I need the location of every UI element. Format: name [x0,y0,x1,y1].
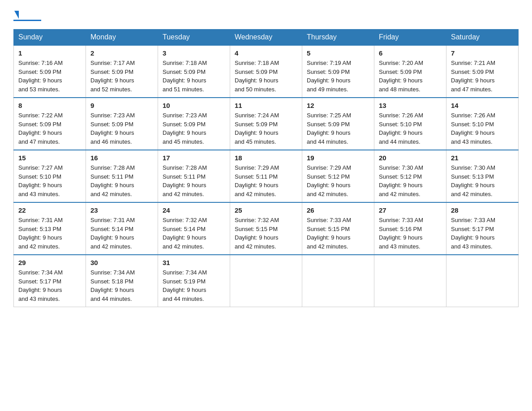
calendar-day-cell: 18 Sunrise: 7:29 AMSunset: 5:11 PMDaylig… [230,150,302,202]
day-number: 12 [307,102,369,109]
day-number: 25 [235,206,297,214]
calendar-header-cell: Tuesday [158,30,230,46]
calendar-day-cell: 31 Sunrise: 7:34 AMSunset: 5:19 PMDaylig… [158,255,230,307]
calendar-day-cell: 29 Sunrise: 7:34 AMSunset: 5:17 PMDaylig… [14,255,86,307]
day-info: Sunrise: 7:28 AMSunset: 5:11 PMDaylight:… [163,164,207,197]
calendar-day-cell: 1 Sunrise: 7:16 AMSunset: 5:09 PMDayligh… [14,45,86,98]
calendar-day-cell: 16 Sunrise: 7:28 AMSunset: 5:11 PMDaylig… [86,150,158,202]
day-info: Sunrise: 7:19 AMSunset: 5:09 PMDaylight:… [307,60,351,93]
day-number: 30 [90,259,153,266]
day-info: Sunrise: 7:31 AMSunset: 5:13 PMDaylight:… [18,217,63,250]
calendar-header-cell: Wednesday [230,30,302,46]
calendar-day-cell: 5 Sunrise: 7:19 AMSunset: 5:09 PMDayligh… [302,45,374,98]
calendar-day-cell: 9 Sunrise: 7:23 AMSunset: 5:09 PMDayligh… [86,98,158,150]
day-info: Sunrise: 7:32 AMSunset: 5:15 PMDaylight:… [235,217,279,250]
calendar-day-cell [446,255,519,307]
day-info: Sunrise: 7:18 AMSunset: 5:09 PMDaylight:… [163,60,207,93]
day-number: 14 [451,102,514,109]
calendar-header-cell: Thursday [302,30,374,46]
day-info: Sunrise: 7:24 AMSunset: 5:09 PMDaylight:… [235,112,279,145]
day-number: 28 [451,206,514,214]
day-number: 2 [90,49,153,57]
calendar-day-cell: 24 Sunrise: 7:32 AMSunset: 5:14 PMDaylig… [158,202,230,255]
day-number: 23 [90,206,153,214]
calendar-day-cell: 7 Sunrise: 7:21 AMSunset: 5:09 PMDayligh… [446,45,519,98]
day-number: 20 [379,154,442,162]
logo-triangle-icon [14,11,19,19]
day-number: 9 [90,102,153,109]
day-info: Sunrise: 7:30 AMSunset: 5:12 PMDaylight:… [379,164,423,197]
day-number: 1 [18,49,81,57]
logo [13,11,41,21]
calendar-day-cell: 3 Sunrise: 7:18 AMSunset: 5:09 PMDayligh… [158,45,230,98]
day-info: Sunrise: 7:26 AMSunset: 5:10 PMDaylight:… [451,112,495,145]
day-info: Sunrise: 7:34 AMSunset: 5:19 PMDaylight:… [163,269,207,302]
day-number: 26 [307,206,369,214]
calendar-week-row: 22 Sunrise: 7:31 AMSunset: 5:13 PMDaylig… [14,202,519,255]
day-info: Sunrise: 7:29 AMSunset: 5:11 PMDaylight:… [235,164,279,197]
day-number: 18 [235,154,297,162]
day-number: 8 [18,102,81,109]
day-info: Sunrise: 7:21 AMSunset: 5:09 PMDaylight:… [451,60,495,93]
day-number: 7 [451,49,514,57]
calendar-header-cell: Monday [86,30,158,46]
calendar-day-cell: 13 Sunrise: 7:26 AMSunset: 5:10 PMDaylig… [374,98,446,150]
day-info: Sunrise: 7:31 AMSunset: 5:14 PMDaylight:… [90,217,135,250]
day-number: 17 [163,154,225,162]
day-info: Sunrise: 7:34 AMSunset: 5:18 PMDaylight:… [90,269,135,302]
day-number: 24 [163,206,225,214]
calendar-day-cell: 19 Sunrise: 7:29 AMSunset: 5:12 PMDaylig… [302,150,374,202]
calendar-day-cell [374,255,446,307]
day-info: Sunrise: 7:20 AMSunset: 5:09 PMDaylight:… [379,60,423,93]
day-number: 4 [235,49,297,57]
day-info: Sunrise: 7:23 AMSunset: 5:09 PMDaylight:… [90,112,135,145]
day-number: 6 [379,49,442,57]
day-info: Sunrise: 7:26 AMSunset: 5:10 PMDaylight:… [379,112,423,145]
day-info: Sunrise: 7:34 AMSunset: 5:17 PMDaylight:… [18,269,63,302]
calendar-header-cell: Saturday [446,30,519,46]
calendar-day-cell: 26 Sunrise: 7:33 AMSunset: 5:15 PMDaylig… [302,202,374,255]
day-number: 19 [307,154,369,162]
day-info: Sunrise: 7:16 AMSunset: 5:09 PMDaylight:… [18,60,63,93]
calendar-day-cell [230,255,302,307]
day-number: 21 [451,154,514,162]
day-info: Sunrise: 7:29 AMSunset: 5:12 PMDaylight:… [307,164,351,197]
day-info: Sunrise: 7:27 AMSunset: 5:10 PMDaylight:… [18,164,63,197]
day-number: 15 [18,154,81,162]
day-info: Sunrise: 7:33 AMSunset: 5:16 PMDaylight:… [379,217,423,250]
calendar-week-row: 15 Sunrise: 7:27 AMSunset: 5:10 PMDaylig… [14,150,519,202]
day-number: 31 [163,259,225,266]
day-info: Sunrise: 7:23 AMSunset: 5:09 PMDaylight:… [163,112,207,145]
calendar-day-cell: 25 Sunrise: 7:32 AMSunset: 5:15 PMDaylig… [230,202,302,255]
calendar-day-cell: 28 Sunrise: 7:33 AMSunset: 5:17 PMDaylig… [446,202,519,255]
calendar-header-row: SundayMondayTuesdayWednesdayThursdayFrid… [14,30,519,46]
day-number: 11 [235,102,297,109]
day-info: Sunrise: 7:32 AMSunset: 5:14 PMDaylight:… [163,217,207,250]
day-info: Sunrise: 7:33 AMSunset: 5:15 PMDaylight:… [307,217,351,250]
day-info: Sunrise: 7:33 AMSunset: 5:17 PMDaylight:… [451,217,495,250]
header [13,9,519,21]
day-info: Sunrise: 7:30 AMSunset: 5:13 PMDaylight:… [451,164,495,197]
logo-blue [13,11,19,19]
calendar-day-cell: 2 Sunrise: 7:17 AMSunset: 5:09 PMDayligh… [86,45,158,98]
calendar-day-cell: 6 Sunrise: 7:20 AMSunset: 5:09 PMDayligh… [374,45,446,98]
day-number: 22 [18,206,81,214]
calendar-day-cell: 11 Sunrise: 7:24 AMSunset: 5:09 PMDaylig… [230,98,302,150]
day-number: 3 [163,49,225,57]
day-number: 13 [379,102,442,109]
calendar-week-row: 1 Sunrise: 7:16 AMSunset: 5:09 PMDayligh… [14,45,519,98]
day-info: Sunrise: 7:17 AMSunset: 5:09 PMDaylight:… [90,60,135,93]
calendar-body: 1 Sunrise: 7:16 AMSunset: 5:09 PMDayligh… [14,45,519,307]
calendar-day-cell: 12 Sunrise: 7:25 AMSunset: 5:09 PMDaylig… [302,98,374,150]
calendar-header-cell: Friday [374,30,446,46]
day-info: Sunrise: 7:28 AMSunset: 5:11 PMDaylight:… [90,164,135,197]
day-number: 5 [307,49,369,57]
calendar-header-cell: Sunday [14,30,86,46]
day-number: 29 [18,259,81,266]
calendar-table: SundayMondayTuesdayWednesdayThursdayFrid… [13,29,519,307]
day-info: Sunrise: 7:25 AMSunset: 5:09 PMDaylight:… [307,112,351,145]
calendar-day-cell: 20 Sunrise: 7:30 AMSunset: 5:12 PMDaylig… [374,150,446,202]
day-info: Sunrise: 7:22 AMSunset: 5:09 PMDaylight:… [18,112,63,145]
calendar-day-cell: 8 Sunrise: 7:22 AMSunset: 5:09 PMDayligh… [14,98,86,150]
calendar-day-cell: 14 Sunrise: 7:26 AMSunset: 5:10 PMDaylig… [446,98,519,150]
